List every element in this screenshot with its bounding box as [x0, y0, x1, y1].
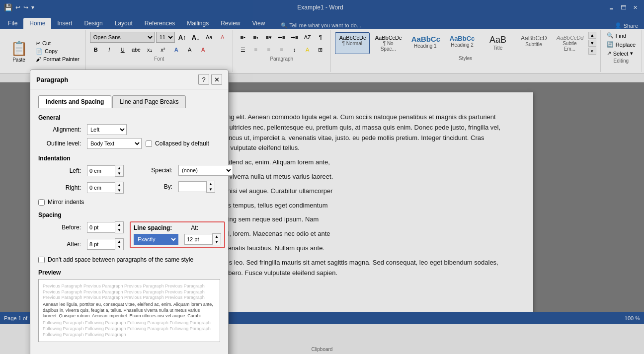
- at-up-arrow[interactable]: ▲: [213, 234, 221, 239]
- right-indent-row: Right: ▲ ▼: [38, 182, 124, 194]
- dont-add-space-row: Don't add space between paragraphs of th…: [38, 256, 220, 263]
- paragraph-dialog: Paragraph ? ✕ Indents and Spacing Line a…: [30, 70, 229, 324]
- mirror-label: Mirror indents: [48, 199, 84, 206]
- by-down-arrow[interactable]: ▼: [207, 187, 215, 192]
- right-indent-label: Right:: [38, 184, 83, 191]
- after-row: After: ▲ ▼: [38, 238, 124, 250]
- alignment-row: Alignment: Left Centered Right Justified: [38, 124, 220, 135]
- spacing-section: Spacing Before: ▲ ▼: [38, 212, 220, 263]
- preview-follow-text: Following Paragraph Following Paragraph …: [43, 320, 216, 324]
- at-arrows: ▲ ▼: [212, 233, 221, 245]
- collapsed-checkbox[interactable]: [146, 141, 152, 147]
- before-label: Before:: [38, 224, 83, 231]
- mirror-checkbox[interactable]: [38, 199, 45, 206]
- after-input: ▲ ▼: [87, 238, 124, 250]
- preview-title: Preview: [38, 269, 220, 276]
- before-value[interactable]: [87, 222, 115, 233]
- dialog-titlebar: Paragraph ? ✕: [30, 70, 228, 89]
- before-down-arrow[interactable]: ▼: [115, 227, 123, 233]
- by-value[interactable]: [178, 181, 206, 192]
- dont-add-space-checkbox[interactable]: [38, 257, 45, 263]
- special-select[interactable]: (none) First line Hanging: [178, 165, 233, 176]
- by-arrows: ▲ ▼: [206, 181, 215, 193]
- preview-section: Preview Previous Paragraph Previous Para…: [38, 269, 220, 324]
- special-label: Special:: [130, 167, 174, 174]
- by-input: ▲ ▼: [178, 181, 215, 193]
- collapsed-row: Collapsed by default: [146, 140, 209, 147]
- at-input: ▲ ▼: [184, 233, 221, 245]
- by-label: By:: [130, 183, 174, 190]
- before-arrows: ▲ ▼: [115, 221, 124, 233]
- left-indent-label: Left:: [38, 167, 83, 174]
- alignment-label: Alignment:: [38, 126, 83, 133]
- outline-level-row: Outline level: Body Text Level 1 Level 2…: [38, 138, 220, 149]
- left-indent-arrows: ▲ ▼: [115, 165, 124, 177]
- indentation-section: Indentation Left: ▲ ▼: [38, 155, 220, 206]
- dialog-body: Indents and Spacing Line and Page Breaks…: [30, 89, 228, 324]
- right-up-arrow[interactable]: ▲: [115, 182, 123, 188]
- line-spacing-box: Line spacing: At: Single 1.5 lines Doubl…: [130, 221, 225, 248]
- before-up-arrow[interactable]: ▲: [115, 222, 123, 227]
- tab-indents-spacing[interactable]: Indents and Spacing: [38, 95, 111, 108]
- before-row: Before: ▲ ▼: [38, 221, 124, 233]
- mirror-indents-row: Mirror indents: [38, 199, 220, 206]
- after-label: After:: [38, 241, 83, 248]
- after-up-arrow[interactable]: ▲: [115, 239, 123, 244]
- preview-sample-text: Aenean leo ligula, porttitor eu, consequ…: [43, 302, 216, 319]
- left-indent-input: ▲ ▼: [87, 165, 124, 177]
- dialog-help-btn[interactable]: ?: [198, 74, 209, 85]
- collapsed-label: Collapsed by default: [155, 140, 209, 147]
- at-value[interactable]: [184, 234, 212, 245]
- left-indent-value[interactable]: [87, 165, 115, 176]
- outline-select[interactable]: Body Text Level 1 Level 2: [87, 138, 142, 149]
- preview-box: Previous Paragraph Previous Paragraph Pr…: [38, 279, 220, 324]
- line-spacing-label: Line spacing:: [134, 224, 172, 231]
- dont-add-space-label: Don't add space between paragraphs of th…: [48, 256, 193, 263]
- right-indent-value[interactable]: [87, 182, 115, 193]
- after-value[interactable]: [87, 239, 115, 250]
- right-indent-arrows: ▲ ▼: [115, 182, 124, 194]
- line-spacing-select[interactable]: Single 1.5 lines Double At least Exactly…: [134, 234, 178, 245]
- general-section: General Alignment: Left Centered Right J…: [38, 114, 220, 149]
- line-spacing-header-row: Line spacing: At:: [134, 224, 221, 231]
- left-up-arrow[interactable]: ▲: [115, 165, 123, 171]
- alignment-select[interactable]: Left Centered Right Justified: [87, 124, 127, 135]
- general-title: General: [38, 114, 220, 121]
- left-down-arrow[interactable]: ▼: [115, 171, 123, 176]
- dialog-close-btn[interactable]: ✕: [211, 74, 222, 85]
- by-row: By: ▲ ▼: [130, 181, 233, 193]
- tab-line-page-breaks[interactable]: Line and Page Breaks: [112, 95, 186, 108]
- preview-prev-text: Previous Paragraph Previous Paragraph Pr…: [43, 283, 216, 301]
- line-spacing-value-row: Single 1.5 lines Double At least Exactly…: [134, 233, 221, 245]
- indentation-title: Indentation: [38, 155, 220, 162]
- dialog-controls: ? ✕: [198, 74, 222, 85]
- outline-label: Outline level:: [38, 140, 83, 147]
- after-arrows: ▲ ▼: [115, 238, 124, 250]
- right-indent-input: ▲ ▼: [87, 182, 124, 194]
- at-down-arrow[interactable]: ▼: [213, 239, 221, 245]
- dialog-overlay: Paragraph ? ✕ Indents and Spacing Line a…: [0, 0, 644, 324]
- right-down-arrow[interactable]: ▼: [115, 188, 123, 193]
- dialog-title: Paragraph: [36, 76, 68, 83]
- left-indent-row: Left: ▲ ▼: [38, 165, 124, 177]
- by-up-arrow[interactable]: ▲: [207, 181, 215, 187]
- spacing-title: Spacing: [38, 212, 220, 218]
- dialog-tabs: Indents and Spacing Line and Page Breaks: [38, 95, 220, 108]
- at-label: At:: [191, 224, 198, 231]
- before-input: ▲ ▼: [87, 221, 124, 233]
- after-down-arrow[interactable]: ▼: [115, 244, 123, 250]
- special-row: Special: (none) First line Hanging: [130, 165, 233, 176]
